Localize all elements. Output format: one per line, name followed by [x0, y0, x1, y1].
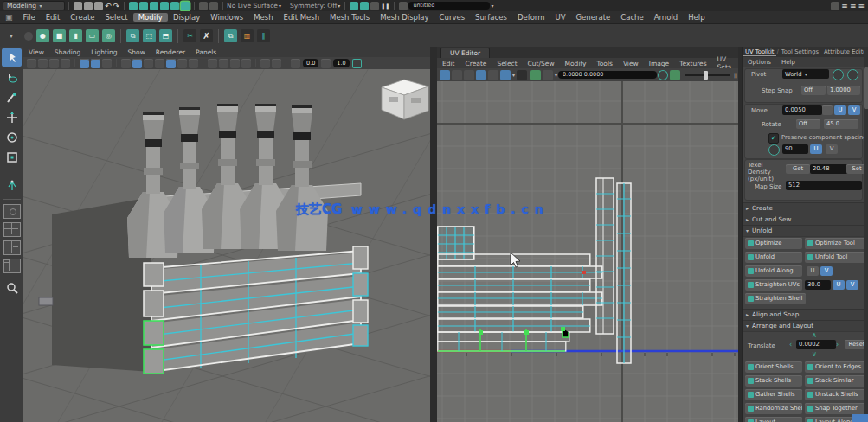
flip-icon[interactable] [768, 144, 780, 156]
exposure-field[interactable]: 0.0 [303, 59, 318, 67]
attribute-editor-icon[interactable]: ≡ [850, 2, 857, 10]
new-scene-icon[interactable] [74, 2, 82, 10]
move-field[interactable]: 0.0050 [782, 106, 822, 115]
pivot-reset-icon[interactable] [833, 69, 844, 80]
unfold-along-button[interactable]: Unfold Along [745, 265, 802, 277]
shelf-extrude-icon[interactable]: ⬒ [159, 29, 172, 42]
snap-together-button[interactable]: Snap Together [805, 403, 865, 414]
translate-left-button[interactable]: ‹ [789, 342, 792, 348]
menu-deform[interactable]: Deform [512, 13, 550, 22]
image-plane-icon[interactable] [80, 59, 89, 68]
menu-generate[interactable]: Generate [571, 13, 616, 22]
pivot-center-icon[interactable] [847, 69, 858, 80]
optimize-button[interactable]: Optimize [745, 238, 802, 249]
sculpt-icon[interactable] [399, 2, 408, 10]
shelf-torus-icon[interactable]: ◎ [102, 29, 115, 42]
uv-menu-modify[interactable]: Modify [560, 60, 592, 67]
preserve-spacing-checkbox[interactable]: ✓ [768, 133, 779, 144]
shelf-multicut-icon[interactable]: ✂ [183, 29, 196, 42]
four-pane-layout-button[interactable] [3, 222, 21, 237]
pan-zoom-icon[interactable] [91, 59, 100, 68]
menu-file[interactable]: File [18, 13, 41, 22]
menu-select[interactable]: Select [100, 13, 132, 22]
uv-isolate-icon[interactable] [530, 70, 541, 80]
vp-menu-panels[interactable]: Panels [190, 48, 222, 56]
texel-get-button[interactable]: Get [786, 164, 810, 174]
ipr-render-icon[interactable] [360, 2, 369, 10]
section-create[interactable]: ▸Create [743, 202, 868, 214]
vp-menu-view[interactable]: View [23, 48, 49, 56]
resolution-gate-icon[interactable] [230, 59, 240, 68]
save-scene-icon[interactable] [94, 2, 103, 10]
straighten-v-button[interactable]: V [846, 280, 858, 290]
layout-button[interactable]: Layout [745, 417, 802, 422]
section-align-snap[interactable]: ▸Align and Snap [743, 309, 868, 321]
uv-brightness-slider[interactable] [685, 74, 730, 76]
rotate-angle-field[interactable]: 45.0 [824, 119, 858, 129]
stack-similar-button[interactable]: Stack Similar [805, 375, 865, 387]
select-camera-icon[interactable] [27, 59, 36, 68]
menu-set-dropdown[interactable]: Modeling ▾ [3, 1, 65, 10]
character-icon[interactable] [831, 2, 839, 10]
quick-selection-field[interactable]: untitled [408, 2, 490, 10]
move-u-button[interactable]: U [834, 106, 846, 115]
menu-mesh-display[interactable]: Mesh Display [375, 13, 434, 22]
gather-shells-button[interactable]: Gather Shells [745, 389, 802, 400]
symmetry-label[interactable]: Symmetry: Off [290, 2, 337, 10]
uv-coordinate-field[interactable]: 0.0000 0.0000 [558, 71, 657, 79]
stack-shells-button[interactable]: Stack Shells [745, 375, 802, 387]
pause-viewport-icon[interactable]: ❚❚ [381, 2, 389, 10]
camera-attributes-icon[interactable] [49, 59, 59, 68]
uv-menu-create[interactable]: Create [460, 60, 492, 67]
wireframe-icon[interactable] [121, 59, 131, 68]
straighten-u-button[interactable]: U [833, 280, 845, 290]
uv-shell-bars[interactable] [438, 254, 602, 332]
panel-divider-left[interactable] [430, 47, 437, 422]
channel-box-icon[interactable]: ≡ [841, 2, 848, 10]
last-tool-icon[interactable] [2, 176, 22, 195]
step-snap-size-field[interactable]: 1.0000 [827, 86, 860, 95]
isolate-select-icon[interactable] [208, 59, 217, 68]
uv-shell-tall-2[interactable] [617, 183, 631, 363]
texel-value-field[interactable]: 20.48 [810, 164, 848, 174]
snap-projected-center-icon[interactable] [160, 2, 169, 10]
ambient-occlusion-icon[interactable] [177, 59, 187, 68]
section-arrange-layout[interactable]: ▾Arrange and Layout [743, 320, 868, 332]
output-connections-icon[interactable] [209, 2, 218, 10]
make-live-icon[interactable] [181, 2, 190, 10]
uv-menu-select[interactable]: Select [492, 60, 522, 67]
shelf-mirror-orange-icon[interactable]: ▥ [241, 29, 254, 42]
flip-u-button[interactable]: U [810, 144, 822, 154]
unfold-button[interactable]: Unfold [745, 252, 802, 263]
uv-texture-borders-icon[interactable] [476, 70, 486, 80]
rotate-mode-dropdown[interactable]: Off [796, 119, 820, 129]
perspective-viewport[interactable] [23, 69, 430, 422]
menu-edit-mesh[interactable]: Edit Mesh [279, 13, 325, 22]
unfold-along-u-button[interactable]: U [807, 266, 819, 276]
snap-curve-icon[interactable] [139, 2, 148, 10]
section-unfold[interactable]: ▾Unfold [743, 225, 868, 237]
orient-shells-button[interactable]: Orient Shells [745, 361, 802, 373]
textured-icon[interactable] [144, 59, 153, 68]
uv-distortion-icon[interactable] [488, 70, 498, 80]
outliner-persp-layout-button[interactable] [3, 259, 21, 273]
corner-highlight-button[interactable] [852, 414, 868, 422]
xray-icon[interactable] [260, 59, 270, 68]
unfold-along-v-button[interactable]: V [820, 266, 833, 276]
uv-checker-caret[interactable]: ▾ [512, 72, 515, 78]
uv-gamma-icon[interactable] [670, 70, 680, 80]
render-icon[interactable] [350, 2, 358, 10]
uv-menu-image[interactable]: Image [644, 60, 675, 67]
menu-cache[interactable]: Cache [615, 13, 648, 22]
snap-grid-icon[interactable] [129, 2, 138, 10]
uv-shell-border-icon[interactable] [464, 70, 474, 80]
uv-shell-icon[interactable] [452, 70, 462, 80]
uv-exposure-icon[interactable] [658, 70, 668, 80]
menu-arnold[interactable]: Arnold [649, 13, 684, 22]
select-tool[interactable] [2, 48, 22, 67]
flip-angle-field[interactable]: 90 [782, 144, 808, 154]
move-axis-icon[interactable] [822, 106, 833, 115]
use-all-lights-icon[interactable] [155, 59, 164, 68]
shelf-cube-icon[interactable]: ■ [53, 29, 66, 42]
shelf-symmetry-icon[interactable]: ∥ [257, 29, 270, 42]
